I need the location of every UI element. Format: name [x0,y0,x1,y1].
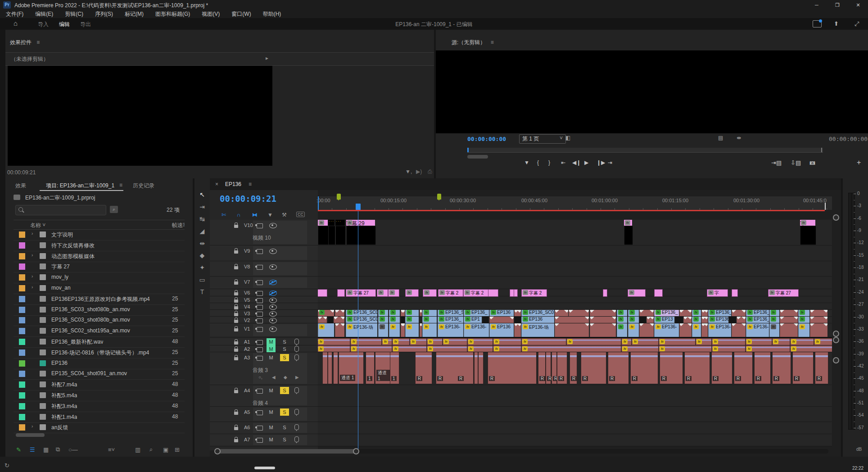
project-row-3[interactable]: ›动态图形模板媒体 [14,251,185,262]
chevron-right-icon[interactable]: › [32,424,33,429]
lock-icon[interactable] [234,341,238,345]
project-row-12[interactable]: EP136-场记-0816（带场记镜头号）.mp425 [14,347,185,359]
clip-video[interactable] [780,323,798,337]
clip-video[interactable]: fx [422,310,437,316]
type-tool[interactable]: T [194,286,210,298]
clip-video[interactable] [732,323,746,337]
clip-audio[interactable]: RR [436,352,474,384]
clip-video[interactable] [420,310,422,316]
clip-audio[interactable] [474,352,478,384]
clip-video[interactable]: fxEP136- [708,323,731,337]
sync-lock-icon[interactable] [257,356,263,361]
timeline-timecode[interactable]: 00:00:09:21 [220,194,276,204]
lock-icon[interactable] [234,320,238,323]
eye-icon[interactable] [269,311,277,317]
lock-icon[interactable] [234,357,238,360]
menu-item-M[interactable]: 标记(M) [119,10,149,18]
clip-video[interactable] [401,317,405,323]
label-color-swatch[interactable] [19,381,25,388]
clip-subtitle[interactable] [514,289,518,297]
search-input[interactable] [15,205,106,215]
lock-icon[interactable] [234,250,238,254]
project-row-11[interactable]: EP136_最新补配.wav48 [14,336,185,348]
track-header-A1[interactable]: A1MS [210,338,318,345]
project-tab-history[interactable]: 历史记录 [133,182,154,190]
menu-item-V[interactable]: 视图(V) [196,10,226,18]
voiceover-record-icon[interactable] [294,354,299,360]
sync-lock-icon[interactable] [257,438,263,443]
lock-icon[interactable] [234,300,238,303]
menu-item-S[interactable]: 序列(S) [89,10,119,18]
clip-audio[interactable]: R [630,352,658,384]
clip-video[interactable]: fx [378,323,388,337]
maximize-button[interactable]: ❐ [830,0,845,9]
lock-icon[interactable] [234,412,238,415]
wrench-icon[interactable]: ⚒ [282,212,287,218]
clip-subtitle[interactable] [337,289,345,297]
drag-video-icon[interactable]: ▤ [718,135,723,141]
clip-video[interactable]: fx [378,317,388,323]
sync-lock-icon[interactable] [257,223,263,228]
sequence-marker-green[interactable] [437,194,441,200]
rectangle-tool[interactable]: ▭ [194,274,210,286]
solo-button[interactable]: S [280,436,289,443]
clip-video[interactable]: fxEP136 [489,323,514,337]
drag-audio-icon[interactable]: ⇼ [737,135,741,141]
chevron-right-icon[interactable]: › [32,274,33,279]
clip-subtitle[interactable]: fx字幕 2 [521,289,547,297]
clip-audio[interactable] [478,352,484,384]
track-header-V10[interactable]: V10视频 10 [210,220,318,245]
audio-clip-band-A1[interactable]: fxfxfxfxfxfxfxfxfxfxfxfxfxfxfxfxfxfxfxfx [318,338,832,345]
clip-video[interactable]: fxEP136_ [438,317,463,323]
clip-subtitle[interactable] [654,289,663,297]
sync-lock-icon[interactable] [257,265,263,270]
overwrite-icon[interactable]: ⇩▤ [791,159,801,166]
clip-video[interactable]: fxEP136_SC0 [521,310,554,316]
clip-video[interactable] [590,310,616,316]
voiceover-record-icon[interactable] [294,346,299,352]
clip-video[interactable]: fxEP136- [464,323,489,337]
clip-video[interactable]: fxEP136- [438,323,463,337]
track-header-V4[interactable]: V4 [210,303,318,310]
source-scrub-bar[interactable] [467,148,823,153]
clip-subtitle[interactable]: fx [423,289,437,297]
label-color-swatch[interactable] [19,328,25,334]
clip-video[interactable]: fx [389,323,400,337]
solo-button[interactable]: S [280,338,289,345]
clip-audio[interactable]: R [546,352,551,384]
clip-video[interactable] [335,310,344,316]
timeline-ruler[interactable]: :00:0000:00:15:0000:00:30:0000:00:45:000… [318,196,832,210]
clip-subtitle[interactable]: fx [405,289,419,297]
playhead-handle[interactable] [356,204,361,210]
timeline-content[interactable]: fx᛫᛫᛫᛫᛫᛫fx字幕 29fxfx字fx字幕 27fxfxfxfxfx字幕 … [318,211,832,450]
clip-video[interactable] [335,323,344,337]
step-forward-icon[interactable]: ❙▶ [597,159,605,166]
lock-icon[interactable] [234,427,238,430]
clip-video[interactable] [780,317,798,323]
clip-subtitle[interactable] [603,289,607,297]
clip-audio[interactable]: R [660,352,683,384]
track-header-V3[interactable]: V3 [210,310,318,317]
label-color-swatch[interactable] [19,349,25,356]
clip-audio[interactable]: R [538,352,546,384]
clip-subtitle[interactable]: fx字幕 27 [346,289,376,297]
clip-video[interactable]: fx [617,310,627,316]
column-rate[interactable]: 帧速率 [172,222,185,229]
voiceover-record-icon[interactable] [294,436,299,442]
clip-video[interactable]: fx [405,323,419,337]
clip-video[interactable] [318,317,327,323]
menu-item-E[interactable]: 编辑(E) [29,10,59,18]
sequence-marker-green[interactable] [337,194,341,200]
lock-icon[interactable] [234,292,238,295]
sort-icon[interactable]: ≡˅ [108,446,115,453]
clip-video[interactable] [590,317,616,323]
clip-video[interactable]: fx [318,310,334,316]
project-row-9[interactable]: EP136_SC03_shot080b_an.mov25 [14,315,185,326]
project-row-7[interactable]: EP136EP136王原原改对白参考视频.mp425 [14,294,185,305]
freeform-view-icon[interactable]: ⧉ [56,446,60,453]
sync-lock-icon[interactable] [257,280,263,285]
clip-video[interactable] [780,310,798,316]
sync-lock-icon[interactable] [257,347,263,352]
label-color-swatch[interactable] [19,392,25,399]
label-color-swatch[interactable] [19,242,25,249]
